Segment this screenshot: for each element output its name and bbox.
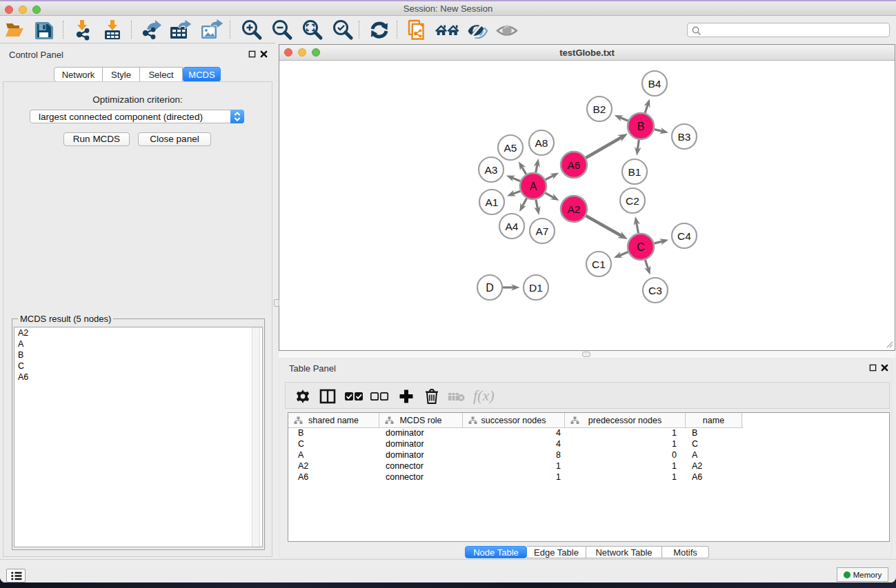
svg-text:B4: B4 <box>648 78 661 90</box>
svg-text:A6: A6 <box>568 159 581 171</box>
svg-text:B1: B1 <box>628 166 641 178</box>
svg-text:D: D <box>486 282 494 294</box>
svg-text:C2: C2 <box>626 195 639 207</box>
svg-text:C1: C1 <box>592 258 606 270</box>
svg-text:A8: A8 <box>535 137 548 149</box>
svg-text:A1: A1 <box>486 196 499 208</box>
svg-text:C: C <box>637 241 645 253</box>
svg-text:A5: A5 <box>504 142 517 154</box>
svg-text:A3: A3 <box>485 164 498 176</box>
svg-text:A4: A4 <box>506 221 519 232</box>
svg-text:A2: A2 <box>568 203 581 215</box>
svg-text:C4: C4 <box>677 230 691 242</box>
svg-text:B: B <box>637 121 645 132</box>
svg-text:A: A <box>530 181 537 192</box>
svg-text:A7: A7 <box>536 225 549 237</box>
svg-text:B2: B2 <box>593 103 606 115</box>
svg-text:B3: B3 <box>678 131 691 143</box>
svg-text:C3: C3 <box>648 285 662 296</box>
svg-text:D1: D1 <box>529 282 543 294</box>
